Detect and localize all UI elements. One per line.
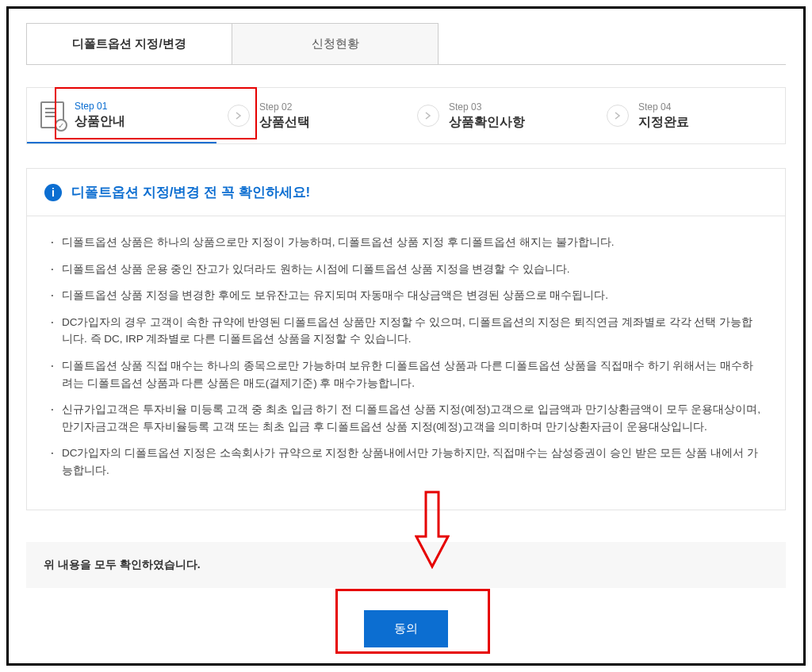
list-item: 디폴트옵션 상품 직접 매수는 하나의 종목으로만 가능하며 보유한 디폴트옵션… [51, 357, 761, 391]
tab-apply-status[interactable]: 신청현황 [232, 23, 439, 64]
document-check-icon: ✓ [38, 101, 67, 129]
step-label: Step 01 [75, 101, 125, 112]
confirm-text: 위 내용을 모두 확인하였습니다. [44, 558, 201, 571]
chevron-right-icon [607, 105, 629, 127]
step-title: 상품안내 [75, 113, 125, 130]
chevron-right-icon [228, 105, 250, 127]
notice-list: 디폴트옵션 상품은 하나의 상품으로만 지정이 가능하며, 디폴트옵션 상품 지… [27, 216, 785, 510]
tab-default-option[interactable]: 디폴트옵션 지정/변경 [26, 23, 232, 64]
chevron-right-icon [417, 105, 439, 127]
step-title: 상품선택 [259, 114, 310, 131]
tabs: 디폴트옵션 지정/변경 신청현황 [26, 23, 786, 65]
step-title: 지정완료 [638, 114, 689, 131]
list-item: DC가입자의 경우 고객이 속한 규약에 반영된 디폴트옵션 상품만 지정할 수… [51, 314, 761, 348]
agree-button[interactable]: 동의 [364, 610, 448, 647]
notice-header: i 디폴트옵션 지정/변경 전 꼭 확인하세요! [27, 169, 785, 216]
step-label: Step 03 [449, 101, 525, 113]
step-label: Step 02 [259, 101, 310, 113]
step-1[interactable]: ✓ Step 01 상품안내 [27, 88, 216, 143]
step-3[interactable]: Step 03 상품확인사항 [406, 88, 596, 143]
list-item: 신규가입고객은 투자비율 미등록 고객 중 최초 입금 하기 전 디폴트옵션 상… [51, 401, 761, 435]
list-item: 디폴트옵션 상품 지정을 변경한 후에도 보유잔고는 유지되며 자동매수 대상금… [51, 287, 761, 304]
list-item: 디폴트옵션 상품 운용 중인 잔고가 있더라도 원하는 시점에 디폴트옵션 상품… [51, 261, 761, 278]
list-item: 디폴트옵션 상품은 하나의 상품으로만 지정이 가능하며, 디폴트옵션 상품 지… [51, 234, 761, 251]
confirm-bar: 위 내용을 모두 확인하였습니다. [26, 542, 786, 588]
tab-label: 디폴트옵션 지정/변경 [72, 36, 186, 50]
step-2[interactable]: Step 02 상품선택 [216, 88, 406, 143]
notice-title: 디폴트옵션 지정/변경 전 꼭 확인하세요! [71, 183, 310, 201]
notice-box: i 디폴트옵션 지정/변경 전 꼭 확인하세요! 디폴트옵션 상품은 하나의 상… [26, 168, 786, 510]
step-progress: ✓ Step 01 상품안내 Step 02 상품선택 [26, 87, 786, 144]
info-icon: i [44, 184, 62, 201]
step-title: 상품확인사항 [449, 114, 525, 131]
list-item: DC가입자의 디폴트옵션 지정은 소속회사가 규약으로 지정한 상품내에서만 가… [51, 445, 761, 479]
tab-label: 신청현황 [312, 36, 359, 50]
step-4[interactable]: Step 04 지정완료 [596, 88, 785, 143]
step-label: Step 04 [638, 101, 689, 113]
